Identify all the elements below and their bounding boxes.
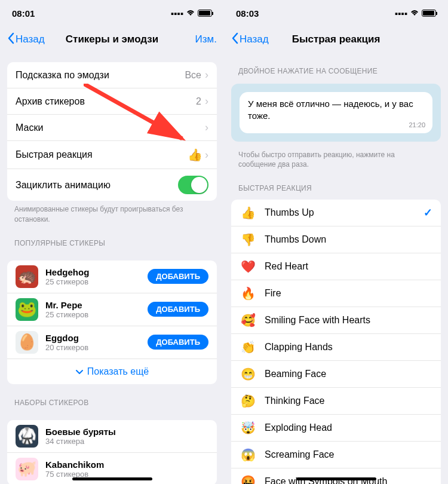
add-button[interactable]: ДОБАВИТЬ: [148, 269, 208, 284]
section-header-quick: БЫСТРАЯ РЕАКЦИЯ: [224, 170, 448, 196]
reaction-row[interactable]: 🤬 Face with Symbols on Mouth: [231, 468, 441, 484]
reaction-row[interactable]: 😱 Screaming Face: [231, 442, 441, 468]
chevron-left-icon: [7, 32, 14, 47]
status-icons: ▪▪▪▪: [171, 8, 212, 19]
sticker-pack-icon: 🥚: [16, 331, 38, 354]
sticker-info: Mr. Pepe 25 стикеров: [45, 300, 148, 319]
reaction-emoji-icon: 😱: [240, 448, 256, 462]
add-button[interactable]: ДОБАВИТЬ: [148, 302, 208, 317]
reaction-emoji-icon: 👎: [240, 232, 256, 247]
reaction-label: Red Heart: [265, 261, 432, 272]
sticker-name: Боевые буряты: [45, 427, 208, 437]
row-value: Все: [185, 70, 201, 81]
chevron-right-icon: ›: [205, 95, 208, 108]
back-label: Назад: [16, 33, 45, 45]
message-text: У меня всё отлично — надеюсь, и у вас то…: [248, 99, 413, 121]
sticker-count: 20 стикеров: [45, 343, 148, 352]
signal-icon: ▪▪▪▪: [171, 8, 183, 19]
chevron-left-icon: [231, 32, 238, 47]
content-scroll[interactable]: Подсказка по эмодзи Все › Архив стикеров…: [0, 53, 224, 484]
reaction-label: Thumbs Down: [265, 234, 432, 245]
reaction-label: Thinking Face: [265, 396, 432, 406]
row-label: Быстрая реакция: [16, 149, 188, 160]
back-button[interactable]: Назад: [7, 32, 45, 47]
battery-icon: [422, 10, 436, 17]
sticker-pack-icon: 🐖: [16, 458, 38, 480]
reaction-label: Thumbs Up: [265, 207, 424, 218]
reaction-row[interactable]: 👍 Thumbs Up ✓: [231, 200, 441, 226]
row-label: Зациклить анимацию: [16, 180, 178, 191]
section-header-sets: НАБОРЫ СТИКЕРОВ: [0, 384, 224, 411]
sticker-pack-icon: 🐸: [16, 298, 38, 321]
message-bubble: У меня всё отлично — надеюсь, и у вас то…: [240, 92, 432, 133]
reaction-label: Fire: [265, 288, 432, 299]
sticker-set-row[interactable]: 🥋 Боевые буряты 34 стикера: [7, 420, 217, 453]
checkmark-icon: ✓: [424, 206, 432, 219]
status-time: 08:01: [12, 8, 35, 19]
sticker-row[interactable]: 🥚 Eggdog 20 стикеров ДОБАВИТЬ: [7, 326, 217, 359]
status-bar: 08:03 ▪▪▪▪: [224, 0, 448, 26]
row-masks[interactable]: Маски ›: [7, 115, 217, 141]
reaction-emoji-icon: 🔥: [240, 286, 256, 301]
screen-stickers-emoji: 08:01 ▪▪▪▪ Назад Стикеры и эмодзи Изм. П…: [0, 0, 224, 484]
home-indicator[interactable]: [72, 477, 152, 480]
row-label: Подсказка по эмодзи: [16, 70, 185, 81]
status-icons: ▪▪▪▪: [395, 8, 436, 19]
reaction-row[interactable]: 🔥 Fire: [231, 280, 441, 307]
back-button[interactable]: Назад: [231, 32, 269, 47]
reaction-label: Clapping Hands: [265, 342, 432, 353]
row-emoji-hint[interactable]: Подсказка по эмодзи Все ›: [7, 62, 217, 88]
reaction-row[interactable]: 🤯 Exploding Head: [231, 415, 441, 442]
content-scroll[interactable]: ДВОЙНОЕ НАЖАТИЕ НА СООБЩЕНИЕ У меня всё …: [224, 53, 448, 484]
page-title: Стикеры и эмодзи: [66, 33, 158, 45]
reaction-emoji-icon: 😁: [240, 367, 256, 381]
reactions-section: 👍 Thumbs Up ✓ 👎 Thumbs Down ❤️ Red Heart…: [231, 200, 441, 484]
battery-icon: [198, 10, 212, 17]
thumbs-up-icon: 👍: [188, 148, 202, 162]
chevron-right-icon: ›: [205, 149, 208, 161]
chevron-down-icon: [75, 366, 84, 377]
sticker-name: Mr. Pepe: [45, 300, 148, 310]
reaction-row[interactable]: 😁 Beaming Face: [231, 361, 441, 388]
sticker-info: Hedgehog 25 стикеров: [45, 267, 148, 286]
back-label: Назад: [240, 33, 269, 45]
reaction-emoji-icon: 👍: [240, 206, 256, 220]
reaction-emoji-icon: ❤️: [240, 259, 256, 274]
popular-stickers-section: 🦔 Hedgehog 25 стикеров ДОБАВИТЬ 🐸 Mr. Pe…: [7, 261, 217, 384]
reaction-row[interactable]: 🤔 Thinking Face: [231, 388, 441, 415]
reaction-row[interactable]: 👎 Thumbs Down: [231, 226, 441, 253]
reaction-emoji-icon: 🤔: [240, 394, 256, 408]
reaction-row[interactable]: ❤️ Red Heart: [231, 253, 441, 280]
sticker-count: 25 стикеров: [45, 310, 148, 319]
sticker-count: 25 стикеров: [45, 277, 148, 286]
show-more-button[interactable]: Показать ещё: [7, 359, 217, 384]
chevron-right-icon: ›: [205, 121, 208, 134]
sticker-info: Боевые буряты 34 стикера: [45, 427, 208, 446]
reaction-emoji-icon: 👏: [240, 340, 256, 354]
nav-bar: Назад Быстрая реакция: [224, 26, 448, 53]
reaction-row[interactable]: 👏 Clapping Hands: [231, 334, 441, 361]
reaction-label: Beaming Face: [265, 369, 432, 379]
row-label: Маски: [16, 122, 205, 133]
sticker-info: Eggdog 20 стикеров: [45, 333, 148, 352]
sticker-name: Kabanchikom: [45, 460, 208, 470]
sticker-count: 34 стикера: [45, 437, 208, 446]
row-archive[interactable]: Архив стикеров 2 ›: [7, 88, 217, 115]
row-quick-reaction[interactable]: Быстрая реакция 👍 ›: [7, 141, 217, 169]
reaction-row[interactable]: 🥰 Smiling Face with Hearts: [231, 307, 441, 334]
reaction-emoji-icon: 🤯: [240, 421, 256, 435]
edit-button[interactable]: Изм.: [195, 33, 217, 45]
row-loop-animation[interactable]: Зациклить анимацию: [7, 169, 217, 201]
reaction-label: Screaming Face: [265, 449, 432, 460]
section-header-doubletap: ДВОЙНОЕ НАЖАТИЕ НА СООБЩЕНИЕ: [224, 53, 448, 79]
add-button[interactable]: ДОБАВИТЬ: [148, 335, 208, 350]
reaction-label: Smiling Face with Hearts: [265, 315, 432, 326]
sticker-row[interactable]: 🦔 Hedgehog 25 стикеров ДОБАВИТЬ: [7, 261, 217, 293]
signal-icon: ▪▪▪▪: [395, 8, 407, 19]
screen-quick-reaction: 08:03 ▪▪▪▪ Назад Быстрая реакция ДВОЙНОЕ…: [224, 0, 448, 484]
home-indicator[interactable]: [296, 477, 376, 480]
toggle-switch[interactable]: [178, 176, 208, 194]
show-more-label: Показать ещё: [87, 366, 149, 377]
wifi-icon: [186, 8, 195, 19]
sticker-row[interactable]: 🐸 Mr. Pepe 25 стикеров ДОБАВИТЬ: [7, 293, 217, 326]
